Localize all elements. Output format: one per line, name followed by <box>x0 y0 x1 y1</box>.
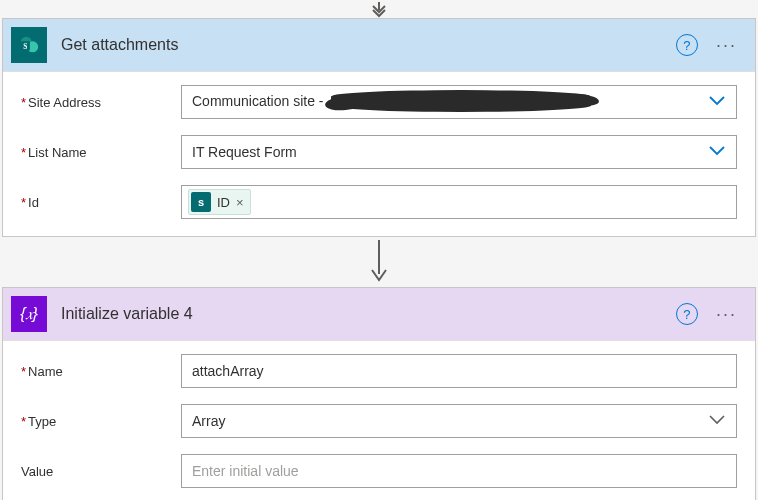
sharepoint-token-icon: s <box>191 192 211 212</box>
card-header[interactable]: S Get attachments ? ··· <box>3 19 755 72</box>
card-body: *Name attachArray *Type Array Value Ent <box>3 341 755 500</box>
sharepoint-icon: S <box>11 27 47 63</box>
action-card-initialize-variable: {𝑥} Initialize variable 4 ? ··· *Name at… <box>2 287 756 500</box>
row-var-name: *Name attachArray <box>21 353 737 389</box>
help-icon[interactable]: ? <box>676 303 698 325</box>
card-body: *Site Address Communication site - *List… <box>3 72 755 236</box>
row-id: *Id s ID × <box>21 184 737 220</box>
chevron-down-icon <box>708 144 726 160</box>
card-header[interactable]: {𝑥} Initialize variable 4 ? ··· <box>3 288 755 341</box>
remove-token-icon[interactable]: × <box>236 195 244 210</box>
variable-icon: {𝑥} <box>11 296 47 332</box>
row-var-value: Value Enter initial value <box>21 453 737 489</box>
row-list-name: *List Name IT Request Form <box>21 134 737 170</box>
connector-arrow <box>0 237 758 287</box>
row-site-address: *Site Address Communication site - <box>21 84 737 120</box>
card-title: Initialize variable 4 <box>61 305 676 323</box>
label-id: *Id <box>21 195 181 210</box>
token-label: ID <box>217 195 230 210</box>
help-icon[interactable]: ? <box>676 34 698 56</box>
action-card-get-attachments: S Get attachments ? ··· *Site Address Co… <box>2 18 756 237</box>
input-var-name[interactable]: attachArray <box>181 354 737 388</box>
redacted-url <box>327 92 591 108</box>
label-list-name: *List Name <box>21 145 181 160</box>
input-var-value[interactable]: Enter initial value <box>181 454 737 488</box>
label-var-value: Value <box>21 464 181 479</box>
label-var-name: *Name <box>21 364 181 379</box>
more-icon[interactable]: ··· <box>712 35 741 56</box>
more-icon[interactable]: ··· <box>712 304 741 325</box>
svg-text:S: S <box>23 42 27 51</box>
row-var-type: *Type Array <box>21 403 737 439</box>
chevron-down-icon <box>708 413 726 429</box>
card-title: Get attachments <box>61 36 676 54</box>
dynamic-content-token[interactable]: s ID × <box>188 189 251 215</box>
input-list-name[interactable]: IT Request Form <box>181 135 737 169</box>
connector-arrow-top <box>0 0 758 18</box>
label-site-address: *Site Address <box>21 95 181 110</box>
input-site-address[interactable]: Communication site - <box>181 85 737 119</box>
input-id[interactable]: s ID × <box>181 185 737 219</box>
chevron-down-icon <box>708 94 726 110</box>
input-var-type[interactable]: Array <box>181 404 737 438</box>
label-var-type: *Type <box>21 414 181 429</box>
